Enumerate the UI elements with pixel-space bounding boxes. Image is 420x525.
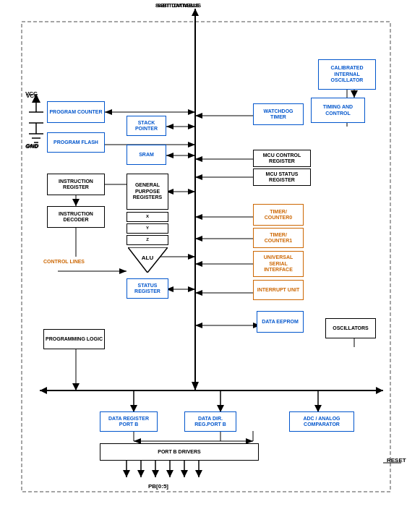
alu-shape: ALU [128,247,168,273]
svg-marker-47 [195,261,202,267]
interrupt-unit-block: INTERRUPT UNIT [253,280,304,300]
svg-marker-22 [166,153,173,158]
gpr-block: GENERAL PURPOSE REGISTERS [127,174,168,210]
svg-marker-88 [72,383,80,390]
svg-marker-44 [195,236,202,242]
svg-marker-86 [195,470,202,477]
svg-marker-2 [192,382,199,390]
svg-marker-13 [188,109,195,115]
svg-marker-78 [137,470,145,477]
svg-marker-28 [188,254,195,260]
reset-label: RESET [387,457,406,464]
data-eeprom-block: DATA EEPROM [257,311,304,333]
z-reg: Z [127,235,168,245]
instruction-decoder-block: INSTRUCTION DECODER [47,206,105,228]
sram-block: SRAM [127,145,166,165]
svg-marker-14 [105,109,112,115]
vcc-text: VCC [25,90,38,97]
svg-marker-53 [195,323,202,328]
calibrated-osc-block: CALIBRATED INTERNAL OSCILLATOR [318,59,376,90]
svg-marker-61 [40,387,47,394]
svg-marker-80 [152,470,159,477]
svg-marker-16 [188,124,195,129]
control-lines-label: CONTROL LINES [43,259,85,264]
svg-marker-76 [123,470,130,477]
status-register-block: STATUS REGISTER [127,278,168,299]
svg-marker-3 [192,9,199,16]
watchdog-timer-block: WATCHDOG TIMER [253,103,304,125]
svg-marker-38 [195,174,202,180]
svg-marker-19 [188,142,195,148]
diagram: 8-BIT DATABUS VCC GND PROGRAM COUNTER ST… [0,0,420,525]
usi-block: UNIVERSAL SERIAL INTERFACE [253,251,304,277]
svg-marker-41 [195,214,202,220]
svg-marker-90 [72,199,80,206]
svg-marker-84 [181,470,188,477]
instruction-register-block: INSTRUCTION REGISTER [47,174,105,195]
svg-marker-21 [188,153,195,158]
svg-text:ALU: ALU [142,255,154,261]
pb-label: PB[0:5] [148,483,168,490]
y-reg: Y [127,223,168,234]
mcu-control-block: MCU CONTROL REGISTER [253,150,311,167]
svg-marker-59 [351,90,358,98]
svg-marker-62 [376,387,383,394]
data-reg-portb-block: DATA REGISTER PORT B [100,411,158,432]
svg-marker-50 [195,290,202,296]
gnd-text: GND [25,143,38,150]
mcu-status-block: MCU STATUS REGISTER [253,168,311,186]
program-flash-block: PROGRAM FLASH [47,132,105,153]
programming-logic-block: PROGRAMMING LOGIC [43,329,105,349]
data-dir-portb-block: DATA DIR. REG.PORT B [184,411,236,432]
timer1-block: TIMER/ COUNTER1 [253,228,304,248]
adc-comparator-block: ADC / ANALOG COMPARATOR [289,411,354,432]
timing-control-block: TIMING AND CONTROL [311,98,365,123]
svg-marker-82 [166,470,173,477]
svg-marker-30 [188,286,195,292]
svg-marker-33 [195,113,202,119]
port-b-drivers-block: PORT B DRIVERS [100,443,259,461]
svg-marker-25 [188,189,195,195]
x-reg: X [127,212,168,222]
svg-marker-17 [166,124,173,129]
program-counter-block: PROGRAM COUNTER [47,101,105,123]
svg-marker-35 [195,156,202,162]
stack-pointer-block: STACK POINTER [127,116,166,136]
svg-marker-93 [119,268,127,274]
oscillators-block: OSCILLATORS [325,318,376,338]
databus-text: 8-BIT DATABUS [155,2,199,9]
timer0-block: TIMER/ COUNTER0 [253,204,304,226]
